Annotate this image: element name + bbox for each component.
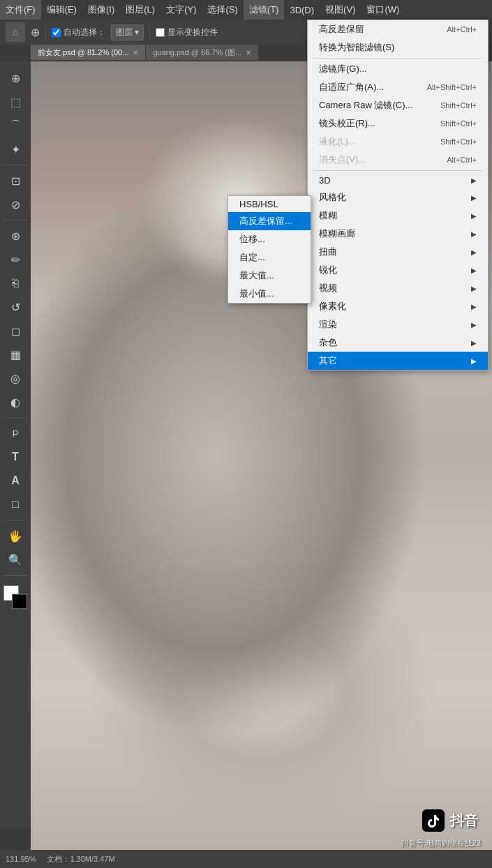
menu-noise-label: 杂色 (319, 336, 337, 349)
tab-qiannvyou[interactable]: 前女友.psd @ 81.2% (00... ✕ (31, 45, 146, 60)
tool-divider-4 (3, 520, 27, 521)
menu-sep-2 (313, 170, 482, 171)
menu-window[interactable]: 窗口(W) (361, 0, 405, 20)
filter-menu: 高反差保留 Alt+Ctrl+ 转换为智能滤镜(S) 滤镜库(G)... 自适应… (307, 20, 489, 371)
menu-high-pass-top-label: 高反差保留 (319, 23, 364, 36)
menu-select[interactable]: 选择(S) (202, 0, 243, 20)
menu-video[interactable]: 视频 ▶ (308, 279, 488, 297)
submenu-maximum-label: 最大值... (239, 269, 274, 282)
zoom-level: 131.95% (6, 855, 36, 863)
submenu-custom[interactable]: 自定... (228, 248, 311, 267)
tiktok-sub-text: 抖音号:电商购物在线23 (401, 838, 481, 848)
menu-pixelate-arrow: ▶ (471, 303, 477, 310)
menu-distort-label: 扭曲 (319, 246, 337, 258)
menu-lens-correct[interactable]: 镜头校正(R)... Shift+Ctrl+ (308, 114, 488, 133)
magic-wand-tool[interactable]: ✦ (3, 138, 27, 160)
menu-3d[interactable]: 3D(D) (284, 0, 320, 20)
menu-adaptive-wide-label: 自适应广角(A)... (319, 81, 384, 93)
healing-tool[interactable]: ⊛ (3, 225, 27, 247)
menu-edit[interactable]: 编辑(E) (41, 0, 82, 20)
menu-blur-gallery[interactable]: 模糊画廊 ▶ (308, 225, 488, 243)
toolbox: ⊕ ⬚ ⌒ ✦ ⊡ ⊘ ⊛ ✏ ⎗ ↺ ◻ ▦ ◎ ◐ P T A □ 🖐 🔍 (0, 61, 31, 829)
menu-view[interactable]: 视图(V) (320, 0, 361, 20)
tab-close-2[interactable]: ✕ (246, 49, 251, 57)
menu-liquify[interactable]: 液化(L)... Shift+Ctrl+ (308, 133, 488, 151)
zoom-tool[interactable]: 🔍 (3, 548, 27, 571)
layer-dropdown[interactable]: 图层 ▾ (111, 24, 144, 40)
menu-sharpen-label: 锐化 (319, 264, 337, 276)
menu-stylize[interactable]: 风格化 ▶ (308, 188, 488, 207)
tab-label-1: 前女友.psd @ 81.2% (00... (38, 47, 128, 58)
submenu-offset-label: 位移... (239, 233, 265, 246)
brush-tool[interactable]: ✏ (3, 248, 27, 271)
menu-blur[interactable]: 模糊 ▶ (308, 207, 488, 225)
submenu-offset[interactable]: 位移... (228, 230, 311, 248)
submenu-minimum-label: 最小值... (239, 287, 274, 300)
menu-image[interactable]: 图像(I) (82, 0, 120, 20)
menu-liquify-shortcut: Shift+Ctrl+ (440, 137, 477, 146)
history-brush-tool[interactable]: ↺ (3, 296, 27, 318)
menu-sharpen[interactable]: 锐化 ▶ (308, 261, 488, 279)
blur-tool[interactable]: ◎ (3, 367, 27, 389)
separator (45, 25, 46, 39)
menu-blur-gallery-arrow: ▶ (471, 230, 477, 238)
gradient-tool[interactable]: ▦ (3, 343, 27, 366)
tool-divider-2 (3, 220, 27, 220)
menu-vanishing-point-shortcut: Alt+Ctrl+ (447, 156, 477, 164)
home-button[interactable]: ⌂ (6, 22, 25, 42)
tiktok-watermark: 抖音 (422, 809, 478, 832)
menu-filter[interactable]: 滤镜(T) (244, 0, 285, 20)
tiktok-brand-text: 抖音 (450, 811, 478, 830)
menu-distort[interactable]: 扭曲 ▶ (308, 243, 488, 261)
menu-sep-1 (313, 58, 482, 59)
clone-stamp-tool[interactable]: ⎗ (3, 272, 27, 294)
menu-layer[interactable]: 图层(L) (120, 0, 161, 20)
menu-pixelate[interactable]: 像素化 ▶ (308, 297, 488, 315)
submenu-hsb-hsl[interactable]: HSB/HSL (228, 196, 311, 212)
lasso-tool[interactable]: ⌒ (3, 114, 27, 137)
menu-camera-raw[interactable]: Camera Raw 滤镜(C)... Shift+Ctrl+ (308, 96, 488, 114)
shape-tool[interactable]: □ (3, 493, 27, 516)
menu-convert-smart-label: 转换为智能滤镜(S) (319, 41, 394, 54)
crop-tool[interactable]: ⊡ (3, 170, 27, 192)
menu-pixelate-label: 像素化 (319, 300, 346, 313)
menu-filter-gallery-label: 滤镜库(G)... (319, 63, 367, 75)
submenu-high-pass[interactable]: 高反差保留... (228, 212, 311, 230)
menu-other[interactable]: 其它 ▶ (308, 352, 488, 370)
menu-vanishing-point[interactable]: 消失点(V)... Alt+Ctrl+ (308, 151, 488, 169)
dodge-tool[interactable]: ◐ (3, 391, 27, 413)
move-tool[interactable]: ⊕ (3, 67, 27, 89)
submenu-maximum[interactable]: 最大值... (228, 267, 311, 285)
menu-high-pass-top[interactable]: 高反差保留 Alt+Ctrl+ (308, 20, 488, 38)
eyedropper-tool[interactable]: ⊘ (3, 193, 27, 216)
menu-lens-correct-label: 镜头校正(R)... (319, 117, 375, 130)
submenu-minimum[interactable]: 最小值... (228, 285, 311, 303)
menu-convert-smart[interactable]: 转换为智能滤镜(S) (308, 38, 488, 57)
menu-sharpen-arrow: ▶ (471, 267, 477, 274)
show-transform-checkbox[interactable] (156, 28, 165, 37)
background-color[interactable] (12, 594, 27, 609)
menu-noise[interactable]: 杂色 ▶ (308, 334, 488, 352)
menu-render-label: 渲染 (319, 318, 337, 331)
hand-tool[interactable]: 🖐 (3, 525, 27, 547)
tab-guang[interactable]: guang.psd @ 66.7% (图... ✕ (146, 45, 259, 60)
menu-file[interactable]: 文件(F) (0, 0, 41, 20)
menu-stylize-arrow: ▶ (471, 194, 477, 202)
menu-3d[interactable]: 3D ▶ (308, 172, 488, 188)
pen-tool[interactable]: P (3, 422, 27, 444)
path-select-tool[interactable]: A (3, 470, 27, 492)
eraser-tool[interactable]: ◻ (3, 320, 27, 342)
menu-text[interactable]: 文字(Y) (161, 0, 202, 20)
auto-select-checkbox[interactable] (52, 28, 61, 37)
menu-render[interactable]: 渲染 ▶ (308, 315, 488, 334)
marquee-tool[interactable]: ⬚ (3, 91, 27, 113)
show-transform-label: 显示变换控件 (167, 27, 218, 38)
menu-adaptive-wide[interactable]: 自适应广角(A)... Alt+Shift+Ctrl+ (308, 78, 488, 96)
color-swatches[interactable] (3, 585, 27, 609)
menu-filter-gallery[interactable]: 滤镜库(G)... (308, 60, 488, 78)
menu-distort-arrow: ▶ (471, 248, 477, 256)
type-tool[interactable]: T (3, 446, 27, 468)
tool-divider-3 (3, 417, 27, 418)
tab-close-1[interactable]: ✕ (133, 49, 138, 57)
tabs-bar: 前女友.psd @ 81.2% (00... ✕ guang.psd @ 66.… (31, 45, 259, 60)
